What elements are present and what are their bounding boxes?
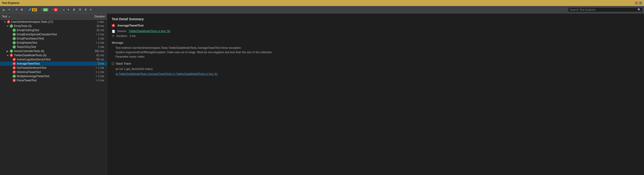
item-duration: 58 ms [90, 58, 107, 61]
fail-icon: ✗ [12, 70, 16, 74]
tree-item[interactable]: ▼✗UserSentimentAnalysis.Tests (17)1 sec [0, 20, 107, 24]
tree-item[interactable]: ▼✓EmojiTests (5)33 ms [0, 24, 107, 28]
tree-item[interactable]: ✓MultipleAverageTweetTest< 1 ms [0, 74, 107, 78]
flask-icon: 🧪 [28, 8, 32, 11]
item-label: ParseTweetTest [17, 79, 36, 82]
item-label: UserSentimentAnalysis.Tests (17) [11, 20, 53, 23]
cancel-button[interactable]: ⊠ [19, 7, 24, 12]
pass-icon: ✓ [12, 33, 16, 36]
message-line: Parameter name: index [116, 55, 639, 59]
item-label: GetTweetSentimentTest [17, 66, 46, 69]
search-box[interactable]: 🔍 [568, 7, 642, 12]
tree-item[interactable]: ✓EmojiClothingTest31 ms [0, 28, 107, 32]
refresh-button[interactable]: ↺ [14, 7, 19, 12]
tree-item[interactable]: ✗ParseTweetTest< 1 ms [0, 78, 107, 82]
stack-collapse-btn[interactable]: − [112, 62, 114, 65]
list-button[interactable]: ☰ [78, 7, 83, 12]
fail-icon: ✗ [7, 20, 10, 23]
playlist-dropdown[interactable]: ▾ [66, 7, 70, 12]
pass-count-button[interactable]: ✓ 12 [39, 7, 49, 12]
toolbar: ▶ ▾ ↺ ⊠ 🧪 17 ✓ 12 ✗ 5 ≡ ▾ ⚡ ☰ ⚙ ▾ 🔍 [0, 6, 644, 13]
detail-source-row: 📄 Source: TwitterDataModelTests.cs line:… [112, 29, 639, 33]
run-button[interactable]: ▶ [2, 7, 7, 12]
lightning-button[interactable]: ⚡ [71, 7, 77, 12]
item-duration: 61 ms [90, 54, 107, 57]
column-header: Test ▲ Duration [0, 13, 107, 20]
tree-item[interactable]: ▶✓HomeControllerTests (6)942 ms [0, 49, 107, 53]
tree-item[interactable]: ▼✗TwitterDataModelTests (6)61 ms [0, 53, 107, 57]
pass-icon: ✓ [12, 29, 16, 32]
content-area: Test ▲ Duration ▼✗UserSentimentAnalysis.… [0, 13, 644, 175]
message-line: Test method UserSentimentAnalysis.Tests.… [116, 46, 639, 50]
item-label: EmojiHeartsTest [17, 41, 37, 44]
tree-item[interactable]: ✗AverageTweetTest3 ms [0, 62, 107, 66]
pass-icon: ✓ [10, 49, 13, 53]
expand-btn[interactable]: ▼ [4, 21, 7, 23]
item-label: EmojiClothingTest [17, 29, 39, 32]
expand-btn[interactable]: ▶ [6, 50, 10, 52]
sort-arrow: ▲ [8, 15, 10, 18]
pass-icon: ✓ [10, 24, 13, 28]
run-dropdown-button[interactable]: ▾ [7, 7, 12, 12]
window-title: Test Explorer [2, 1, 20, 5]
checkmark-icon: ✓ [40, 8, 42, 11]
expand-btn[interactable]: ▼ [6, 25, 10, 27]
title-bar-controls: 📌 ✕ [635, 1, 642, 5]
title-bar: Test Explorer 📌 ✕ [0, 0, 644, 6]
left-panel: Test ▲ Duration ▼✗UserSentimentAnalysis.… [0, 13, 107, 175]
col-duration-header[interactable]: Duration [88, 14, 107, 18]
fail-icon: ✗ [12, 79, 16, 82]
pass-icon: ✓ [12, 37, 16, 40]
clock-icon: ⏱ [112, 35, 114, 38]
flask-button[interactable]: 🧪 17 [27, 7, 38, 12]
stack-label: Stack Trace: [116, 62, 132, 65]
playlist-button[interactable]: ≡ [62, 7, 66, 12]
tree-item[interactable]: ✗GetTweetSentimentTest< 1 ms [0, 66, 107, 70]
message-label: Message: [112, 41, 639, 44]
fail-count-badge: 5 [54, 8, 58, 11]
stack-line[interactable]: at TwitterDataModelTests.AverageTweetTes… [116, 72, 639, 77]
item-label: EmojiFaceSearchTest [17, 37, 44, 40]
item-duration: < 1 ms [90, 41, 107, 44]
expand-btn[interactable]: ▼ [6, 54, 10, 57]
source-doc-icon: 📄 [112, 30, 115, 33]
close-button[interactable]: ✕ [639, 1, 642, 5]
message-line: System.ArgumentOutOfRangeException: Inde… [116, 50, 639, 55]
item-label: HomeControllerTests (6) [14, 49, 44, 53]
total-count-badge: 17 [32, 8, 37, 11]
tree-item[interactable]: ✓EmojiExtraSpecialCharatersTest< 1 ms [0, 32, 107, 36]
stack-section: − Stack Trace: at List`1.get_Item(Int32 … [112, 62, 639, 77]
fail-icon: ✗ [12, 58, 16, 61]
pass-icon: ✓ [12, 75, 16, 78]
item-duration: 1 ms [90, 37, 107, 40]
item-duration: < 1 ms [90, 70, 107, 74]
stack-line: at List`1.get_Item(Int32 index) [116, 67, 639, 72]
search-input[interactable] [570, 8, 638, 11]
item-label: HistoricalTweetTest [17, 70, 41, 74]
fail-icon: ✗ [10, 54, 13, 57]
item-label: ActiveCognitiveServiceTest [17, 58, 50, 61]
pass-icon: ✓ [12, 41, 16, 44]
right-panel: Test Detail Summary ✗ AverageTweetTest 📄… [107, 13, 644, 175]
item-label: EmojiExtraSpecialCharatersTest [17, 33, 57, 36]
detail-title: Test Detail Summary [112, 17, 639, 21]
fail-count-button[interactable]: ✗ 5 [50, 7, 59, 12]
fail-icon: ✗ [12, 66, 16, 69]
tree-item[interactable]: ✓TearsOfJoyTest1 ms [0, 45, 107, 49]
tree-item[interactable]: ✗ActiveCognitiveServiceTest58 ms [0, 57, 107, 62]
test-explorer-window: Test Explorer 📌 ✕ ▶ ▾ ↺ ⊠ 🧪 17 ✓ 12 ✗ 5 … [0, 0, 644, 175]
tree-item[interactable]: ✗HistoricalTweetTest< 1 ms [0, 70, 107, 74]
item-label: EmojiTests (5) [14, 24, 32, 28]
separator-1 [12, 7, 13, 12]
stack-link[interactable]: at TwitterDataModelTests.AverageTweetTes… [116, 72, 218, 76]
tree-item[interactable]: ✓EmojiFaceSearchTest1 ms [0, 36, 107, 41]
pin-button[interactable]: 📌 [635, 1, 638, 5]
stack-body: at List`1.get_Item(Int32 index)at Twitte… [112, 67, 639, 77]
source-link[interactable]: TwitterDataModelTests.cs line: 56 [128, 29, 170, 33]
col-test-header[interactable]: Test ▲ [0, 14, 88, 18]
gear-dropdown[interactable]: ▾ [89, 7, 93, 12]
item-duration: < 1 ms [90, 66, 107, 69]
tree-item[interactable]: ✓EmojiHeartsTest< 1 ms [0, 41, 107, 45]
gear-button[interactable]: ⚙ [83, 7, 88, 12]
item-label: AverageTweetTest [17, 62, 40, 65]
